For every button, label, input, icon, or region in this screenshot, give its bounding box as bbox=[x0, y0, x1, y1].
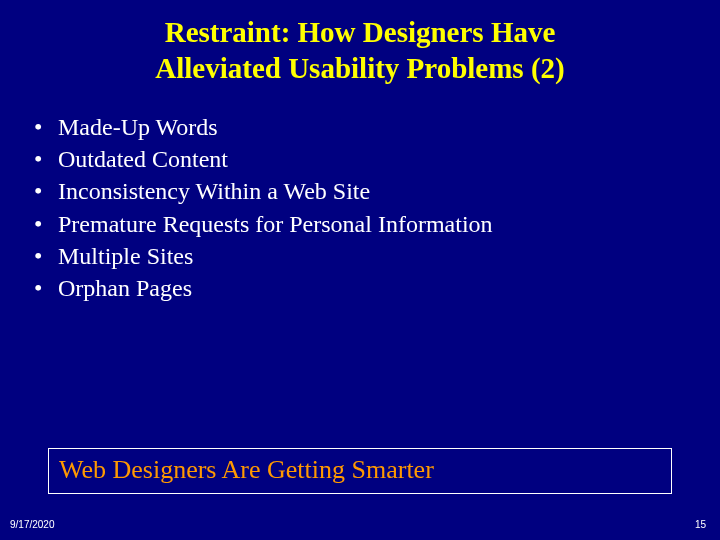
callout-box: Web Designers Are Getting Smarter bbox=[48, 448, 672, 494]
bullet-icon: • bbox=[30, 208, 58, 240]
bullet-icon: • bbox=[30, 240, 58, 272]
list-item: • Multiple Sites bbox=[30, 240, 690, 272]
title-line-2: Alleviated Usability Problems (2) bbox=[155, 52, 564, 84]
bullet-text: Made-Up Words bbox=[58, 111, 690, 143]
bullet-icon: • bbox=[30, 111, 58, 143]
list-item: • Inconsistency Within a Web Site bbox=[30, 175, 690, 207]
footer-date: 9/17/2020 bbox=[10, 519, 55, 530]
list-item: • Premature Requests for Personal Inform… bbox=[30, 208, 690, 240]
callout-text: Web Designers Are Getting Smarter bbox=[59, 455, 434, 484]
bullet-icon: • bbox=[30, 143, 58, 175]
bullet-icon: • bbox=[30, 272, 58, 304]
slide-title: Restraint: How Designers Have Alleviated… bbox=[0, 0, 720, 87]
bullet-text: Premature Requests for Personal Informat… bbox=[58, 208, 690, 240]
bullet-icon: • bbox=[30, 175, 58, 207]
bullet-text: Outdated Content bbox=[58, 143, 690, 175]
footer-page-number: 15 bbox=[695, 519, 706, 530]
title-line-1: Restraint: How Designers Have bbox=[165, 16, 556, 48]
list-item: • Orphan Pages bbox=[30, 272, 690, 304]
bullet-list: • Made-Up Words • Outdated Content • Inc… bbox=[0, 111, 720, 305]
list-item: • Made-Up Words bbox=[30, 111, 690, 143]
list-item: • Outdated Content bbox=[30, 143, 690, 175]
bullet-text: Multiple Sites bbox=[58, 240, 690, 272]
bullet-text: Inconsistency Within a Web Site bbox=[58, 175, 690, 207]
bullet-text: Orphan Pages bbox=[58, 272, 690, 304]
